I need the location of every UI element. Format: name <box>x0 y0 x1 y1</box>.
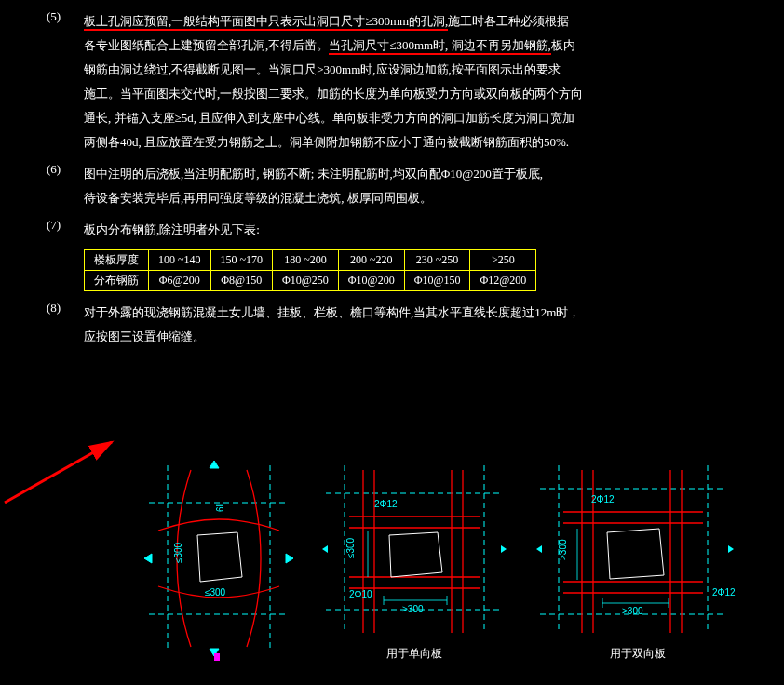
diagram-svg: 2Φ12 2Φ10 >300 ≤300 <box>317 456 512 642</box>
cell: Φ6@200 <box>149 271 211 291</box>
underlined-text: 板上孔洞应预留, <box>84 14 171 31</box>
cell: Φ10@250 <box>273 271 339 291</box>
cell: 100 ~140 <box>149 250 211 271</box>
item-text: 板内分布钢筋,除注明者外见下表: <box>84 218 737 242</box>
underlined-text: 当孔洞尺寸≤300mm时, 洞边不再另加钢筋, <box>329 38 551 55</box>
item-text: 板上孔洞应预留,一般结构平面图中只表示出洞口尺寸≥300mm的孔洞,施工时各工种… <box>84 9 737 154</box>
plain-text: 钢筋由洞边绕过,不得截断见图一。当洞口尺>300mm时,应设洞边加筋,按平面图示… <box>84 62 561 76</box>
cell: Φ10@200 <box>338 271 404 291</box>
cell: Φ10@150 <box>404 271 470 291</box>
diagram-3: 2Φ12 2Φ12 >300 >300 用于双向板 <box>531 456 745 662</box>
dim-text: 2Φ10 <box>349 589 372 599</box>
dim-text: ≤300 <box>205 587 226 598</box>
item-text: 图中注明的后浇板,当注明配筋时, 钢筋不断; 未注明配筋时,均双向配Φ10@20… <box>84 162 737 210</box>
cell: 150 ~170 <box>210 250 273 271</box>
cell: >250 <box>470 250 536 271</box>
plain-text: 对于外露的现浇钢筋混凝土女儿墙、挂板、栏板、檐口等构件,当其水平直线长度超过12… <box>84 305 580 319</box>
svg-line-0 <box>5 442 112 503</box>
cell: 180 ~200 <box>273 250 339 271</box>
item-num: (5) <box>47 9 84 154</box>
diagram-label: 用于单向板 <box>317 646 512 662</box>
plain-text: 待设备安装完毕后,再用同强度等级的混凝土浇筑, 板厚同周围板。 <box>84 191 432 205</box>
plain-text: 两侧各40d, 且应放置在受力钢筋之上。洞单侧附加钢筋不应小于通向被截断钢筋面积… <box>84 135 569 149</box>
dim-text: 2Φ12 <box>591 494 615 504</box>
table-row: 楼板厚度 100 ~140 150 ~170 180 ~200 200 ~220… <box>85 250 536 271</box>
cell: 分布钢筋 <box>85 271 149 291</box>
item-7: (7) 板内分布钢筋,除注明者外见下表: <box>47 218 737 242</box>
diagrams-row: ≤300 ≤300 6L <box>140 456 745 662</box>
cell: Φ12@200 <box>470 271 536 291</box>
item-num: (8) <box>47 301 84 349</box>
diagram-label: 用于双向板 <box>531 646 745 662</box>
diagram-2: 2Φ12 2Φ10 >300 ≤300 用于单向板 <box>317 456 512 662</box>
dim-text: 2Φ12 <box>374 499 398 509</box>
plain-text: 各专业图纸配合上建预留全部孔洞,不得后凿。 <box>84 38 329 52</box>
dim-text: ≤300 <box>345 537 356 558</box>
cell: 楼板厚度 <box>85 250 149 271</box>
rebar-table: 楼板厚度 100 ~140 150 ~170 180 ~200 200 ~220… <box>84 249 536 291</box>
item-6: (6) 图中注明的后浇板,当注明配筋时, 钢筋不断; 未注明配筋时,均双向配Φ1… <box>47 162 737 210</box>
item-num: (7) <box>47 218 84 242</box>
plain-text: 板内 <box>551 38 575 52</box>
arrow-annotation-icon <box>0 433 121 507</box>
spec-content: (5) 板上孔洞应预留,一般结构平面图中只表示出洞口尺寸≥300mm的孔洞,施工… <box>0 0 784 366</box>
dim-text: >300 <box>622 606 643 616</box>
dim-text: 2Φ12 <box>712 587 736 598</box>
underlined-text: 一般结构平面图中只表示出洞口尺寸≥300mm的孔洞, <box>171 14 448 31</box>
plain-text: 施工。当平面图未交代时,一般按图二要求。加筋的长度为单向板受力方向或双向板的两个… <box>84 87 583 101</box>
cell: Φ8@150 <box>210 271 273 291</box>
cell: 200 ~220 <box>338 250 404 271</box>
item-8: (8) 对于外露的现浇钢筋混凝土女儿墙、挂板、栏板、檐口等构件,当其水平直线长度… <box>47 301 737 349</box>
diagram-svg: 2Φ12 2Φ12 >300 >300 <box>531 456 745 642</box>
dim-text: 6L <box>215 501 225 512</box>
item-text: 对于外露的现浇钢筋混凝土女儿墙、挂板、栏板、檐口等构件,当其水平直线长度超过12… <box>84 301 737 349</box>
plain-text: 应按图三设置伸缩缝。 <box>84 329 205 343</box>
table-row: 分布钢筋 Φ6@200 Φ8@150 Φ10@250 Φ10@200 Φ10@1… <box>85 271 536 291</box>
diagram-1: ≤300 ≤300 6L <box>140 456 298 662</box>
plain-text: 通长, 并锚入支座≥5d, 且应伸入到支座中心线。单向板非受力方向的洞口加筋长度… <box>84 111 574 125</box>
plain-text: 板内分布钢筋,除注明者外见下表: <box>84 222 260 236</box>
item-5: (5) 板上孔洞应预留,一般结构平面图中只表示出洞口尺寸≥300mm的孔洞,施工… <box>47 9 737 154</box>
item-num: (6) <box>47 162 84 210</box>
diagram-svg: ≤300 ≤300 6L <box>140 456 298 661</box>
dim-text: >300 <box>402 604 424 614</box>
plain-text: 施工时各工种必须根据 <box>448 14 569 28</box>
marker-icon <box>214 653 220 661</box>
dim-text: >300 <box>558 539 568 560</box>
plain-text: 图中注明的后浇板,当注明配筋时, 钢筋不断; 未注明配筋时,均双向配Φ10@20… <box>84 167 543 181</box>
dim-text: ≤300 <box>173 542 183 563</box>
cell: 230 ~250 <box>404 250 470 271</box>
